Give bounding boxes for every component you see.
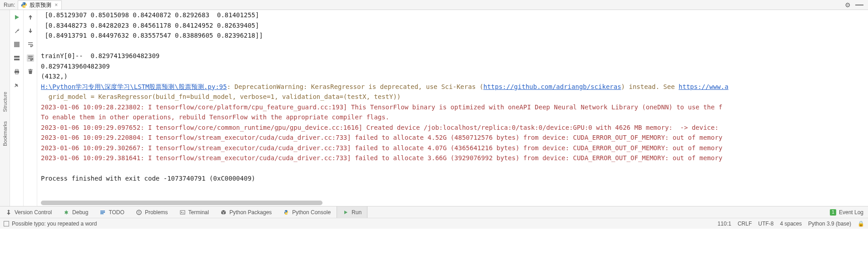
run-config-tab[interactable]: 股票预测 ×	[18, 0, 62, 10]
terminal-icon	[179, 209, 186, 216]
tab-python-console[interactable]: Python Console	[278, 206, 337, 218]
url-link-truncated[interactable]: https://www.a	[679, 83, 729, 90]
run-config-name: 股票预测	[30, 1, 51, 9]
pin-icon[interactable]	[13, 82, 20, 89]
left-tool-rail: Structure Bookmarks	[0, 10, 10, 206]
bookmarks-tool-button[interactable]: Bookmarks	[2, 121, 8, 146]
event-log-badge: 1	[830, 209, 836, 216]
status-bar: Possible typo: you repeated a word 110:1…	[0, 218, 868, 229]
close-icon[interactable]: ×	[55, 2, 58, 8]
wrench-icon[interactable]	[13, 27, 20, 34]
run-label: Run:	[4, 2, 15, 8]
rerun-icon[interactable]	[13, 14, 20, 21]
url-link-scikeras[interactable]: https://github.com/adriangb/scikeras	[483, 83, 621, 90]
hide-icon[interactable]: —	[855, 0, 863, 10]
up-arrow-icon[interactable]	[27, 14, 34, 21]
python-icon	[21, 2, 27, 8]
svg-rect-5	[15, 69, 18, 71]
python-interpreter[interactable]: Python 3.9 (base)	[808, 221, 851, 227]
svg-rect-6	[15, 73, 18, 74]
svg-rect-12	[139, 211, 139, 213]
main-area: Structure Bookmarks [0.85129307 0.850150…	[0, 10, 868, 206]
status-message: Possible typo: you repeated a word	[12, 221, 97, 227]
svg-rect-3	[14, 59, 20, 60]
run-toolbar-left	[10, 10, 24, 206]
scroll-to-end-icon[interactable]	[27, 54, 34, 62]
svg-rect-13	[139, 213, 139, 214]
tab-debug[interactable]: Debug	[58, 206, 94, 218]
packages-icon	[220, 209, 227, 216]
horizontal-scrollbar[interactable]	[41, 201, 864, 205]
structure-tool-button[interactable]: Structure	[2, 92, 8, 112]
soft-wrap-icon[interactable]	[27, 41, 34, 48]
todo-icon	[99, 209, 106, 216]
down-arrow-icon[interactable]	[27, 27, 34, 34]
layout-icon[interactable]	[13, 54, 20, 62]
line-separator[interactable]: CRLF	[738, 221, 752, 227]
gear-icon[interactable]: ⚙	[845, 1, 851, 9]
console-output[interactable]: [0.85129307 0.85015098 0.84240872 0.8292…	[37, 10, 868, 206]
svg-rect-10	[100, 213, 104, 214]
svg-rect-8	[100, 211, 105, 211]
tab-terminal[interactable]: Terminal	[174, 206, 215, 218]
tab-python-packages[interactable]: Python Packages	[215, 206, 278, 218]
vcs-icon	[5, 209, 12, 216]
run-toolbar-right	[24, 10, 37, 206]
svg-point-0	[23, 3, 24, 3]
caret-position[interactable]: 110:1	[718, 221, 731, 227]
tab-todo[interactable]: TODO	[94, 206, 130, 218]
tab-problems[interactable]: Problems	[130, 206, 174, 218]
run-icon	[342, 209, 349, 216]
bottom-tool-tabs: Version Control Debug TODO Problems Term…	[0, 206, 868, 218]
run-tool-window-header: Run: 股票预测 × ⚙ —	[0, 0, 868, 10]
stop-icon[interactable]	[13, 41, 20, 48]
trash-icon[interactable]	[27, 68, 34, 75]
bug-icon	[63, 209, 69, 216]
tab-event-log[interactable]: Event Log	[839, 209, 863, 216]
print-icon[interactable]	[13, 68, 20, 75]
tab-version-control[interactable]: Version Control	[0, 206, 58, 218]
indent-setting[interactable]: 4 spaces	[780, 221, 802, 227]
svg-point-1	[25, 7, 25, 7]
file-link[interactable]: H:\Python学习专用\深度学习\LSTM股票预测\股票预测.py:95	[41, 83, 227, 90]
problems-icon	[136, 209, 142, 216]
python-console-icon	[283, 209, 289, 216]
svg-rect-9	[100, 212, 105, 213]
file-encoding[interactable]: UTF-8	[758, 221, 774, 227]
tab-run[interactable]: Run	[337, 206, 367, 218]
tool-window-toggle-icon[interactable]	[4, 221, 9, 226]
svg-rect-2	[14, 56, 20, 58]
lock-icon[interactable]: 🔒	[858, 221, 864, 227]
scrollbar-thumb[interactable]	[41, 201, 322, 205]
